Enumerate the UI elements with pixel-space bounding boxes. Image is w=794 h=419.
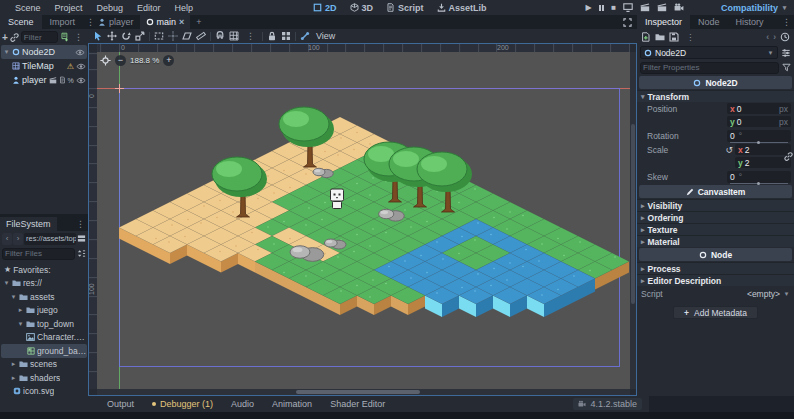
skew-slider[interactable] bbox=[730, 183, 788, 184]
menu-scene[interactable]: Scene bbox=[8, 3, 48, 13]
scale-mode-button[interactable] bbox=[135, 31, 145, 41]
save-resource-button[interactable] bbox=[669, 32, 679, 42]
new-scene-tab-button[interactable]: + bbox=[190, 15, 207, 29]
scene-tab-player[interactable]: player bbox=[92, 15, 140, 29]
bottom-tab-debugger[interactable]: Debugger (1) bbox=[143, 399, 222, 409]
list-select-button[interactable] bbox=[154, 31, 164, 41]
zoom-level[interactable]: 188.8 % bbox=[130, 56, 159, 65]
workspace-assetlib-button[interactable]: AssetLib bbox=[437, 3, 487, 13]
canvas[interactable]: − 188.8 % + bbox=[97, 52, 630, 389]
chevron-right-icon[interactable]: ▸ bbox=[10, 374, 17, 382]
scale-x-field[interactable]: x 2 bbox=[735, 144, 791, 155]
bottom-tab-shader-editor[interactable]: Shader Editor bbox=[321, 399, 394, 409]
history-icon[interactable] bbox=[780, 32, 790, 42]
rotate-mode-button[interactable] bbox=[121, 31, 131, 41]
lock-button[interactable] bbox=[267, 31, 277, 41]
vertical-scrollbar[interactable] bbox=[630, 52, 636, 389]
pause-button[interactable] bbox=[599, 5, 605, 11]
sort-icon[interactable] bbox=[77, 249, 86, 258]
object-options-icon[interactable] bbox=[781, 48, 791, 58]
resource-menu-icon[interactable]: ⋮ bbox=[683, 32, 698, 42]
tab-import[interactable]: Import bbox=[42, 15, 84, 29]
category-node[interactable]: Node bbox=[639, 248, 792, 261]
workspace-2d-button[interactable]: 2D bbox=[313, 3, 337, 13]
position-y-field[interactable]: y 0 px bbox=[727, 116, 791, 127]
close-icon[interactable]: × bbox=[179, 17, 184, 27]
category-node2d[interactable]: Node2D bbox=[639, 76, 792, 89]
workspace-script-button[interactable]: Script bbox=[386, 3, 424, 13]
attach-script-button[interactable] bbox=[60, 32, 69, 42]
fs-item-ground-basic[interactable]: ground_basic.p... bbox=[1, 344, 87, 358]
current-path[interactable]: res://assets/top_ bbox=[24, 233, 76, 245]
chevron-down-icon[interactable]: ▾ bbox=[10, 293, 17, 301]
warning-icon[interactable]: ⚠ bbox=[67, 62, 74, 71]
zoom-in-button[interactable]: + bbox=[163, 55, 174, 66]
position-x-field[interactable]: x 0 px bbox=[727, 103, 791, 114]
filesystem-menu-icon[interactable]: ⋮ bbox=[73, 217, 88, 231]
section-texture[interactable]: ▸Texture bbox=[637, 223, 794, 235]
skew-field[interactable]: 0 ° bbox=[727, 171, 791, 183]
filter-options-icon[interactable] bbox=[782, 63, 791, 72]
split-view-icon[interactable] bbox=[77, 234, 86, 243]
load-resource-button[interactable] bbox=[655, 33, 665, 41]
new-resource-button[interactable] bbox=[641, 32, 651, 42]
tree-node-tilemap[interactable]: TileMap ⚠ bbox=[0, 59, 88, 73]
scene-filter-input[interactable] bbox=[21, 31, 58, 43]
view-menu[interactable]: View bbox=[314, 31, 335, 41]
zoom-out-button[interactable]: − bbox=[115, 55, 126, 66]
tab-inspector[interactable]: Inspector bbox=[637, 15, 690, 29]
tree-node-player[interactable]: player % bbox=[0, 73, 88, 87]
eye-icon[interactable] bbox=[76, 63, 86, 70]
back-button[interactable]: ‹ bbox=[2, 233, 12, 245]
move-mode-button[interactable] bbox=[107, 31, 117, 41]
menu-help[interactable]: Help bbox=[168, 3, 201, 13]
tree-node-node2d[interactable]: ▾ Node2D bbox=[1, 45, 87, 59]
play-scene-button[interactable] bbox=[640, 3, 650, 12]
ruler-mode-button[interactable] bbox=[196, 31, 206, 41]
scrollbar-thumb[interactable] bbox=[296, 390, 420, 394]
history-forward-button[interactable]: › bbox=[773, 32, 776, 42]
chevron-down-icon[interactable]: ▾ bbox=[3, 279, 10, 287]
tab-history[interactable]: History bbox=[728, 15, 772, 29]
section-process[interactable]: ▸Process bbox=[637, 262, 794, 274]
file-filter-input[interactable] bbox=[2, 248, 75, 260]
section-ordering[interactable]: ▸Ordering bbox=[637, 211, 794, 223]
eye-icon[interactable] bbox=[76, 77, 86, 84]
movie-mode-button[interactable] bbox=[674, 3, 684, 12]
instance-scene-button[interactable] bbox=[10, 33, 19, 42]
menu-project[interactable]: Project bbox=[48, 3, 90, 13]
chevron-down-icon[interactable]: ▾ bbox=[783, 290, 790, 298]
fs-item-character-png[interactable]: Character.png bbox=[0, 331, 88, 345]
script-icon[interactable] bbox=[59, 76, 66, 84]
dock-menu-icon[interactable]: ⋮ bbox=[779, 15, 794, 29]
group-button[interactable] bbox=[281, 31, 291, 41]
grid-snap-button[interactable] bbox=[229, 31, 239, 41]
fs-item-scenes[interactable]: ▸ scenes bbox=[0, 358, 88, 372]
fs-item-juego[interactable]: ▸ juego bbox=[0, 304, 88, 318]
chevron-down-icon[interactable]: ▾ bbox=[17, 320, 24, 328]
smart-snap-button[interactable] bbox=[215, 31, 225, 41]
bottom-tab-animation[interactable]: Animation bbox=[263, 399, 321, 409]
select-mode-button[interactable] bbox=[93, 31, 103, 41]
fs-item-favorites[interactable]: ★ Favorites: bbox=[0, 263, 88, 277]
fs-item-res[interactable]: ▾ res:// bbox=[0, 277, 88, 291]
chevron-down-icon[interactable]: ▾ bbox=[3, 48, 10, 56]
category-canvasitem[interactable]: CanvasItem bbox=[639, 185, 792, 198]
property-filter-input[interactable] bbox=[640, 62, 779, 74]
unique-name-icon[interactable]: % bbox=[68, 77, 74, 84]
link-scale-icon[interactable] bbox=[784, 151, 793, 161]
scrollbar-thumb[interactable] bbox=[631, 124, 635, 304]
add-node-button[interactable]: + bbox=[2, 32, 8, 43]
pivot-button[interactable] bbox=[168, 31, 178, 41]
play-button[interactable]: ▶ bbox=[586, 3, 592, 12]
distraction-free-button[interactable] bbox=[618, 15, 637, 29]
fs-item-shaders[interactable]: ▸ shaders bbox=[0, 371, 88, 385]
skeleton-options-button[interactable] bbox=[300, 31, 310, 41]
eye-icon[interactable] bbox=[75, 49, 85, 56]
fs-item-assets[interactable]: ▾ assets bbox=[0, 290, 88, 304]
rotation-field[interactable]: 0 ° bbox=[727, 130, 791, 142]
open-scene-icon[interactable] bbox=[49, 77, 57, 84]
scene-tree-menu-icon[interactable]: ⋮ bbox=[71, 32, 86, 42]
remote-debug-button[interactable] bbox=[623, 3, 633, 12]
script-value[interactable]: <empty> bbox=[747, 289, 780, 299]
